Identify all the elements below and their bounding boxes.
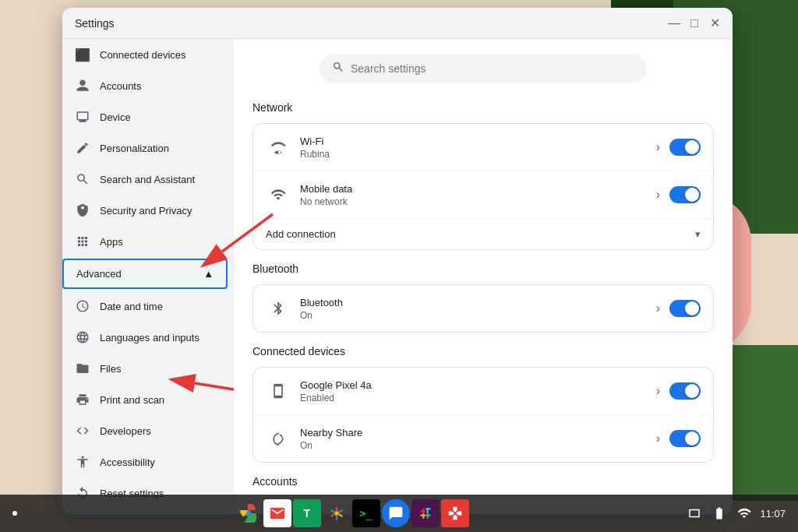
sidebar-item-accounts-label: Accounts [100,80,141,92]
bluetooth-info: Bluetooth On [300,297,647,321]
taskbar-left [12,511,17,516]
taskbar-wifi-status-icon[interactable] [735,504,754,523]
nearby-share-chevron: › [656,432,660,446]
bluetooth-chevron: › [656,301,660,315]
sidebar-item-accessibility[interactable]: Accessibility [62,446,228,477]
accessibility-icon [75,454,90,470]
personalization-icon [75,140,90,156]
sidebar-item-apps-label: Apps [100,236,123,248]
settings-window: Settings — □ ✕ ⬛ Connected devices Accou… [62,8,733,514]
search-input[interactable] [351,62,634,75]
developers-icon [75,423,90,439]
pixel4a-toggle[interactable] [669,382,701,400]
mobile-data-subtitle: No network [300,196,647,207]
sidebar-item-connected-devices[interactable]: ⬛ Connected devices [62,39,228,70]
nearby-share-item[interactable]: Nearby Share On › [253,415,713,462]
pixel4a-icon [266,379,291,403]
sidebar-item-search-assistant[interactable]: Search and Assistant [62,164,228,195]
print-scan-icon [75,392,90,407]
sidebar-item-print-scan[interactable]: Print and scan [62,384,228,415]
mobile-data-title: Mobile data [300,183,647,195]
files-icon [75,361,90,376]
mobile-data-controls: › [656,186,701,203]
bluetooth-icon [266,296,291,321]
sidebar-item-developers-label: Developers [100,425,151,437]
sidebar-item-developers[interactable]: Developers [62,415,228,446]
network-card: Wi-Fi Rubina › Mo [252,123,714,250]
pixel4a-title: Google Pixel 4a [300,379,647,391]
title-bar: Settings — □ ✕ [62,8,733,39]
sidebar-item-date-time[interactable]: Date and time [62,291,228,322]
taskbar-sheets-icon[interactable]: T [293,499,321,527]
taskbar: T >_ 11:07 [0,495,798,532]
bluetooth-subtitle: On [300,310,647,321]
bluetooth-item[interactable]: Bluetooth On › [253,285,713,332]
advanced-section-header[interactable]: Advanced ▲ [62,259,228,289]
nearby-share-toggle[interactable] [669,430,701,447]
taskbar-battery-icon[interactable] [710,504,729,523]
sidebar-item-print-scan-label: Print and scan [100,394,164,406]
add-connection-row[interactable]: Add connection ▾ [253,219,713,249]
taskbar-right: 11:07 [685,504,786,523]
network-section-title: Network [252,101,714,114]
bluetooth-section: Bluetooth Bluetooth On › [252,262,714,333]
taskbar-game-icon[interactable] [441,499,469,527]
connected-devices-section-title: Connected devices [252,345,714,358]
maximize-button[interactable]: □ [689,18,700,29]
taskbar-slack-icon[interactable] [411,499,440,527]
search-assistant-icon [75,171,90,187]
device-icon [75,109,90,125]
mobile-data-info: Mobile data No network [300,183,647,207]
taskbar-gmail-icon[interactable] [263,499,291,527]
apps-icon [75,234,90,249]
taskbar-photos-icon[interactable] [323,499,351,527]
add-connection-label: Add connection [266,228,336,240]
content-panel: Network Wi-Fi Rubina › [234,39,733,514]
bluetooth-title: Bluetooth [300,297,647,308]
accounts-section-title: Accounts [252,475,714,488]
taskbar-launcher-dot[interactable] [12,511,17,516]
advanced-collapse-icon: ▲ [203,268,214,280]
mobile-data-toggle[interactable] [669,186,701,203]
window-controls: — □ ✕ [669,18,720,29]
advanced-label: Advanced [76,268,122,280]
security-privacy-icon [75,203,90,218]
minimize-button[interactable]: — [669,18,680,29]
bluetooth-card: Bluetooth On › [252,284,714,333]
taskbar-tray-icon[interactable] [685,504,704,523]
add-connection-chevron: ▾ [695,228,701,240]
taskbar-chrome-icon[interactable] [234,499,262,527]
sidebar-item-personalization[interactable]: Personalization [62,132,228,164]
sidebar-item-files-label: Files [100,363,121,375]
sidebar-item-security-privacy[interactable]: Security and Privacy [62,195,228,226]
sidebar-item-files[interactable]: Files [62,353,228,384]
pixel4a-subtitle: Enabled [300,393,647,403]
network-section: Network Wi-Fi Rubina › [252,101,714,250]
sidebar-item-date-time-label: Date and time [100,301,163,312]
sidebar: ⬛ Connected devices Accounts Device [62,39,234,514]
pixel4a-item[interactable]: Google Pixel 4a Enabled › [253,368,713,415]
wifi-item[interactable]: Wi-Fi Rubina › [253,124,713,171]
sidebar-item-device-label: Device [100,111,131,123]
bluetooth-controls: › [656,300,701,317]
wifi-title: Wi-Fi [300,136,647,147]
taskbar-terminal-icon[interactable]: >_ [352,499,380,527]
nearby-share-subtitle: On [300,440,647,451]
connected-devices-section: Connected devices Google Pixel 4a Enable… [252,345,714,463]
mobile-data-item[interactable]: Mobile data No network › [253,171,713,219]
sidebar-item-device[interactable]: Device [62,101,228,132]
sidebar-item-security-privacy-label: Security and Privacy [100,205,192,217]
pixel4a-chevron: › [656,384,660,398]
close-button[interactable]: ✕ [709,18,720,29]
bluetooth-toggle[interactable] [669,300,701,317]
wifi-toggle[interactable] [669,139,701,156]
taskbar-messages-icon[interactable] [382,499,410,527]
wifi-subtitle: Rubina [300,149,647,160]
bluetooth-section-title: Bluetooth [252,262,714,275]
mobile-data-icon [266,182,291,207]
pixel4a-info: Google Pixel 4a Enabled [300,379,647,403]
sidebar-item-connected-devices-label: Connected devices [100,49,186,61]
sidebar-item-languages[interactable]: Languages and inputs [62,322,228,353]
sidebar-item-accounts[interactable]: Accounts [62,70,228,101]
sidebar-item-apps[interactable]: Apps [62,226,228,257]
